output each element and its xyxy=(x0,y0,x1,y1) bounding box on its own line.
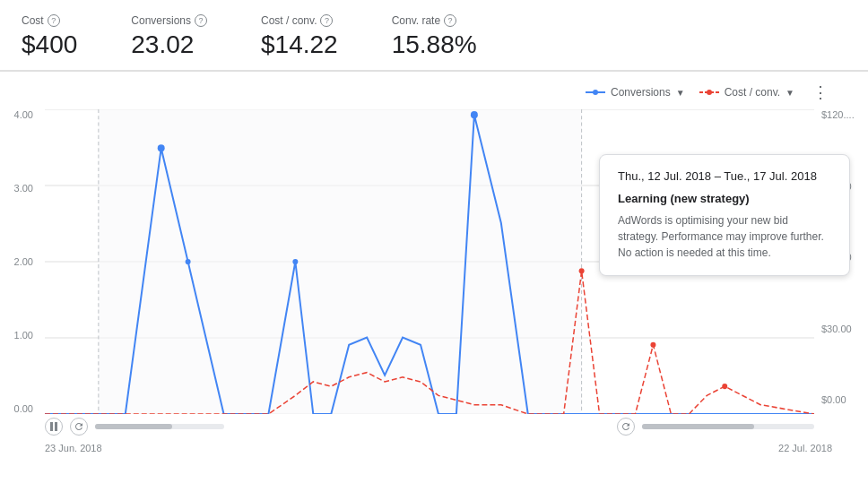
svg-point-13 xyxy=(186,259,191,264)
legend-row: Conversions ▼ Cost / conv. ▼ ⋮ xyxy=(0,72,868,109)
refresh-icon-left xyxy=(74,421,84,432)
legend-cost-per-conv-label: Cost / conv. xyxy=(725,86,780,99)
chart-container: Conversions ▼ Cost / conv. ▼ ⋮ 4.00 3.00… xyxy=(0,72,868,466)
legend-conversions-label: Conversions xyxy=(611,86,671,99)
metric-cost-value: $400 xyxy=(22,30,77,59)
svg-rect-20 xyxy=(55,422,57,431)
metric-conv-rate-label: Conv. rate xyxy=(392,14,440,27)
metric-cost-per-conv-label: Cost / conv. xyxy=(261,14,317,27)
cost-per-conv-help-icon[interactable]: ? xyxy=(320,14,333,27)
pause-button[interactable] xyxy=(45,418,63,436)
metric-conv-rate-value: 15.88% xyxy=(392,30,477,59)
pause-icon xyxy=(50,422,57,431)
more-options-icon[interactable]: ⋮ xyxy=(809,79,832,106)
legend-cost-per-conv[interactable]: Cost / conv. ▼ xyxy=(699,86,794,99)
x-axis-labels: 23 Jun. 2018 22 Jul. 2018 xyxy=(0,439,868,453)
metric-conversions-label: Conversions xyxy=(131,14,191,27)
cost-help-icon[interactable]: ? xyxy=(48,14,60,27)
tooltip-title: Learning (new strategy) xyxy=(618,192,831,205)
cost-per-conv-dropdown-icon[interactable]: ▼ xyxy=(786,88,794,98)
metric-conversions-value: 23.02 xyxy=(131,30,207,59)
refresh-icon-right xyxy=(621,421,631,432)
svg-rect-19 xyxy=(50,422,53,431)
svg-point-12 xyxy=(158,144,165,151)
metric-cost-per-conv: Cost / conv. ? $14.22 xyxy=(261,14,338,59)
svg-point-14 xyxy=(292,259,298,264)
svg-point-17 xyxy=(650,342,655,348)
svg-point-18 xyxy=(722,384,727,389)
conversions-dropdown-icon[interactable]: ▼ xyxy=(676,88,685,98)
metric-conv-rate: Conv. rate ? 15.88% xyxy=(392,14,477,59)
refresh-button-left[interactable] xyxy=(70,418,88,436)
metric-cost-per-conv-value: $14.22 xyxy=(261,30,338,59)
svg-point-1 xyxy=(593,90,598,95)
metrics-row: Cost ? $400 Conversions ? 23.02 Cost / c… xyxy=(0,0,868,71)
x-axis-start: 23 Jun. 2018 xyxy=(45,443,102,453)
x-axis-end: 22 Jul. 2018 xyxy=(778,443,832,453)
metric-cost: Cost ? $400 xyxy=(22,14,77,59)
conv-rate-help-icon[interactable]: ? xyxy=(444,14,456,27)
legend-blue-line-icon xyxy=(586,88,605,97)
conversions-help-icon[interactable]: ? xyxy=(195,14,207,27)
tooltip-box: Thu., 12 Jul. 2018 – Tue., 17 Jul. 2018 … xyxy=(599,154,850,276)
svg-point-15 xyxy=(471,111,478,118)
y-axis-left: 4.00 3.00 2.00 1.00 0.00 xyxy=(0,109,40,414)
metric-cost-label: Cost xyxy=(22,14,44,27)
svg-point-16 xyxy=(579,268,585,273)
refresh-button-right[interactable] xyxy=(617,418,635,436)
svg-rect-9 xyxy=(99,109,582,414)
legend-red-line-icon xyxy=(699,88,719,97)
svg-point-3 xyxy=(707,90,712,95)
tooltip-date: Thu., 12 Jul. 2018 – Tue., 17 Jul. 2018 xyxy=(618,169,831,183)
legend-conversions[interactable]: Conversions ▼ xyxy=(586,86,685,99)
tooltip-body: AdWords is optimising your new bid strat… xyxy=(618,212,831,261)
metric-conversions: Conversions ? 23.02 xyxy=(131,14,207,59)
